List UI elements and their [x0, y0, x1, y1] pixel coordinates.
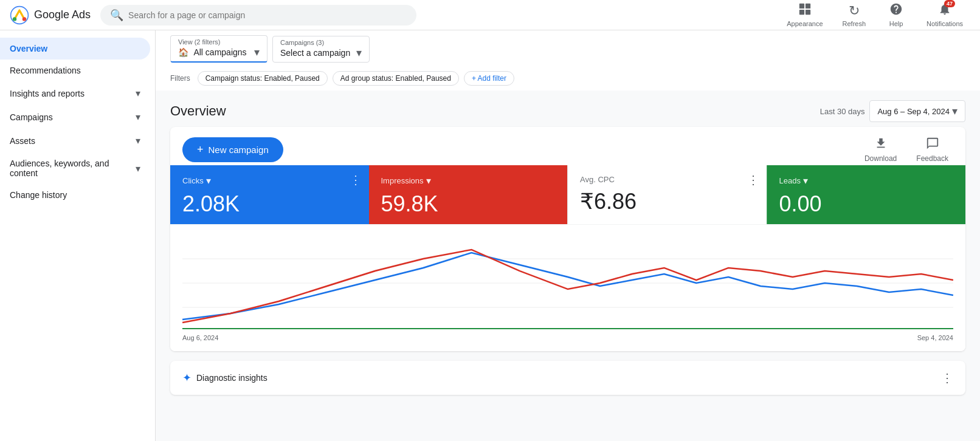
svg-point-2: [22, 17, 26, 21]
sidebar-item-label: Campaigns: [10, 112, 128, 122]
search-bar[interactable]: 🔍: [100, 5, 416, 26]
clicks-tile: Clicks ▾ 2.08K ⋮: [170, 165, 369, 224]
chevron-down-icon: ▾: [136, 87, 140, 99]
sidebar-item-label: Insights and reports: [10, 89, 128, 98]
campaign-filter-row: View (2 filters) 🏠 All campaigns ▾ Campa…: [156, 30, 980, 67]
sidebar-item-label: Change history: [10, 190, 67, 200]
sidebar-item-label: Audiences, keywords, and content: [10, 159, 128, 178]
sidebar-item-insights[interactable]: Insights and reports ▾: [0, 81, 150, 105]
impressions-value: 59.8K: [381, 191, 556, 217]
campaign-status-label: Campaign status: Enabled, Paused: [205, 74, 320, 83]
date-range-button[interactable]: Aug 6 – Sep 4, 2024 ▾: [869, 100, 965, 122]
chart-labels: Aug 6, 2024 Sep 4, 2024: [182, 332, 953, 346]
chevron-down-icon: ▾: [136, 111, 140, 123]
add-filter-button[interactable]: + Add filter: [464, 71, 514, 86]
more-options-icon[interactable]: ⋮: [747, 173, 759, 187]
page-title: Overview: [170, 103, 226, 119]
sidebar-item-overview[interactable]: Overview: [0, 38, 150, 60]
action-row: Download Feedback: [860, 134, 953, 165]
feedback-icon: [926, 137, 939, 153]
all-campaigns-dropdown[interactable]: View (2 filters) 🏠 All campaigns ▾: [170, 35, 267, 63]
adgroup-status-chip[interactable]: Ad group status: Enabled, Paused: [333, 71, 459, 86]
svg-rect-5: [799, 10, 804, 15]
add-filter-label: + Add filter: [472, 74, 506, 83]
app-layout: Overview Recommendations Insights and re…: [0, 30, 980, 441]
impressions-label: Impressions ▾: [381, 175, 556, 186]
leads-label: Leads ▾: [779, 175, 954, 186]
chart-area: Aug 6, 2024 Sep 4, 2024: [170, 224, 965, 351]
diagnostic-label: Diagnostic insights: [196, 373, 267, 383]
all-campaigns-value: All campaigns: [193, 47, 246, 57]
feedback-label: Feedback: [916, 154, 948, 163]
filters-label: Filters: [170, 74, 190, 83]
feedback-button[interactable]: Feedback: [911, 134, 953, 165]
campaigns-count-label: Campaigns (3): [280, 39, 362, 46]
appearance-icon: [798, 2, 812, 19]
campaign-status-chip[interactable]: Campaign status: Enabled, Paused: [198, 71, 328, 86]
notifications-label: Notifications: [927, 20, 963, 27]
adgroup-status-label: Ad group status: Enabled, Paused: [340, 74, 451, 83]
svg-rect-3: [799, 4, 804, 9]
chart-start-date: Aug 6, 2024: [182, 334, 218, 341]
top-nav: Google Ads 🔍 Appearance ↻ Refresh: [0, 0, 980, 30]
google-ads-logo: [10, 5, 29, 25]
appearance-label: Appearance: [787, 20, 823, 27]
appearance-button[interactable]: Appearance: [779, 0, 830, 30]
chevron-down-icon: ▾: [803, 175, 808, 186]
download-icon: [874, 137, 888, 153]
select-campaign-value: Select a campaign: [280, 48, 350, 58]
new-campaign-label: New campaign: [209, 145, 269, 155]
new-campaign-button[interactable]: + New campaign: [182, 137, 283, 162]
metrics-card: + New campaign Download: [170, 127, 965, 351]
chevron-down-icon: ▾: [952, 104, 958, 118]
sidebar-nav: Overview Recommendations Insights and re…: [0, 38, 155, 206]
notifications-icon: 47: [938, 2, 951, 19]
refresh-button[interactable]: ↻ Refresh: [835, 1, 874, 30]
download-button[interactable]: Download: [860, 134, 902, 165]
view-filter-label: View (2 filters): [178, 38, 260, 46]
sidebar-item-change-history[interactable]: Change history: [0, 184, 150, 206]
notification-badge: 47: [944, 0, 955, 7]
nav-actions: Appearance ↻ Refresh Help 47 Notificatio…: [779, 0, 970, 30]
help-icon: [889, 2, 903, 19]
filters-row: Filters Campaign status: Enabled, Paused…: [156, 67, 980, 91]
search-input[interactable]: [128, 10, 407, 20]
impressions-tile: Impressions ▾ 59.8K: [369, 165, 568, 224]
metric-tiles: Clicks ▾ 2.08K ⋮ Impressions ▾ 59.8K: [170, 165, 965, 224]
select-campaign-dropdown[interactable]: Campaigns (3) Select a campaign ▾: [272, 36, 370, 63]
svg-point-0: [11, 6, 29, 24]
date-range-prefix: Last 30 days: [820, 107, 865, 116]
chevron-down-icon: ▾: [136, 135, 140, 146]
chart-end-date: Sep 4, 2024: [917, 334, 953, 341]
chevron-down-icon: ▾: [206, 175, 211, 186]
diagnostic-card: ✦ Diagnostic insights ⋮: [170, 361, 965, 395]
sidebar-item-label: Assets: [10, 136, 128, 146]
clicks-label: Clicks ▾: [182, 175, 357, 186]
sidebar-item-audiences[interactable]: Audiences, keywords, and content ▾: [0, 152, 150, 184]
chevron-down-icon: ▾: [254, 46, 260, 59]
overview-header: Overview Last 30 days Aug 6 – Sep 4, 202…: [156, 91, 980, 127]
sidebar-item-label: Recommendations: [10, 66, 81, 75]
main-content: View (2 filters) 🏠 All campaigns ▾ Campa…: [156, 30, 980, 441]
chart-svg: [182, 234, 953, 332]
help-button[interactable]: Help: [878, 0, 914, 30]
search-icon: 🔍: [110, 9, 123, 22]
new-campaign-area: + New campaign: [182, 137, 283, 162]
chevron-down-icon: ▾: [426, 175, 431, 186]
sidebar-item-assets[interactable]: Assets ▾: [0, 129, 150, 152]
refresh-label: Refresh: [843, 20, 866, 27]
svg-rect-6: [806, 10, 810, 15]
plus-icon: +: [197, 143, 204, 156]
sidebar-item-recommendations[interactable]: Recommendations: [0, 60, 150, 81]
notifications-button[interactable]: 47 Notifications: [919, 0, 970, 30]
leads-value: 0.00: [779, 191, 954, 217]
more-options-icon[interactable]: ⋮: [941, 371, 953, 385]
more-options-icon[interactable]: ⋮: [350, 173, 362, 187]
download-label: Download: [864, 154, 897, 163]
clicks-value: 2.08K: [182, 191, 357, 217]
help-label: Help: [889, 20, 903, 27]
sidebar-item-campaigns[interactable]: Campaigns ▾: [0, 105, 150, 129]
logo-area: Google Ads: [10, 5, 91, 25]
avg-cpc-label: Avg. CPC: [580, 175, 754, 184]
avg-cpc-value: ₹6.86: [580, 189, 754, 214]
